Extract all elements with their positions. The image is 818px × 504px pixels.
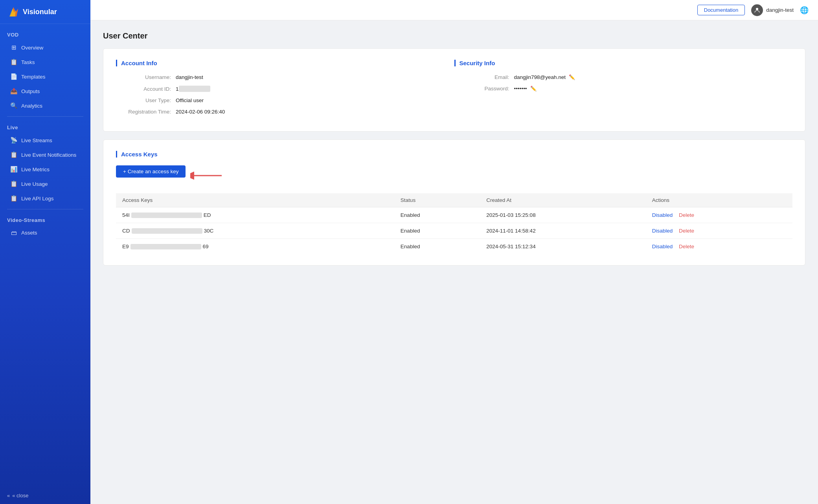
- sidebar-item-outputs-label: Outputs: [21, 88, 40, 94]
- svg-point-2: [756, 8, 758, 10]
- disable-button-1[interactable]: Disabled: [652, 228, 673, 234]
- live-event-notifications-icon: 📋: [10, 151, 17, 158]
- sidebar-vod-section: VOD ⊞ Overview 📋 Tasks 📄 Templates 📤 Out…: [0, 27, 90, 113]
- key-masked-0: [131, 213, 202, 218]
- sidebar-item-templates[interactable]: 📄 Templates: [3, 70, 87, 84]
- sidebar-item-assets[interactable]: 🗃 Assets: [3, 226, 87, 240]
- security-info-col: Security Info Email: dangjin798@yeah.net…: [454, 60, 793, 120]
- table-row: 54I ED Enabled 2025-01-03 15:25:08 Disab…: [116, 207, 792, 223]
- create-access-key-button[interactable]: + Create an access key: [116, 165, 186, 178]
- sidebar-item-overview-label: Overview: [21, 45, 43, 51]
- actions-cell-0: Disabled Delete: [646, 207, 792, 223]
- outputs-icon: 📤: [10, 88, 17, 95]
- page-title: User Center: [103, 31, 805, 40]
- status-cell-2: Enabled: [394, 239, 480, 255]
- key-cell-0: 54I ED: [116, 207, 394, 223]
- table-row: CD 30C Enabled 2024-11-01 14:58:42 Disab…: [116, 223, 792, 239]
- live-usage-icon: 📋: [10, 180, 17, 187]
- svg-marker-1: [9, 9, 16, 16]
- sidebar-divider-1: [7, 116, 83, 117]
- avatar: [751, 4, 763, 16]
- status-cell-0: Enabled: [394, 207, 480, 223]
- user-type-value: Official user: [176, 97, 204, 103]
- disable-button-0[interactable]: Disabled: [652, 212, 673, 218]
- user-type-label: User Type:: [116, 97, 171, 103]
- registration-time-label: Registration Time:: [116, 109, 171, 115]
- sidebar-logo: Visionular: [0, 0, 90, 24]
- email-row: Email: dangjin798@yeah.net ✏️: [454, 74, 793, 80]
- key-start-2: E9: [122, 244, 129, 249]
- user-menu[interactable]: dangjin-test: [751, 4, 794, 16]
- actions-cell-1: Disabled Delete: [646, 223, 792, 239]
- password-value: •••••••: [514, 86, 527, 92]
- key-masked-2: [131, 244, 201, 249]
- account-security-card: Account Info Username: dangjin-test Acco…: [103, 48, 805, 132]
- access-keys-card: Access Keys + Create an access key A: [103, 139, 805, 266]
- created-at-cell-0: 2025-01-03 15:25:08: [480, 207, 646, 223]
- sidebar-item-overview[interactable]: ⊞ Overview: [3, 40, 87, 55]
- sidebar-vod-label: VOD: [0, 27, 90, 40]
- sidebar-item-live-metrics[interactable]: 📊 Live Metrics: [3, 162, 87, 176]
- account-info-title: Account Info: [116, 60, 454, 66]
- email-value: dangjin798@yeah.net: [514, 74, 566, 80]
- header: Documentation dangjin-test 🌐: [90, 0, 818, 20]
- table-header-row: Access Keys Status Created At Actions: [116, 193, 792, 207]
- col-header-status: Status: [394, 193, 480, 207]
- page-content: User Center Account Info Username: dangj…: [90, 20, 818, 504]
- info-grid: Account Info Username: dangjin-test Acco…: [116, 60, 792, 120]
- sidebar-close[interactable]: « « close: [0, 487, 90, 504]
- username-label: Username:: [116, 74, 171, 80]
- registration-time-value: 2024-02-06 09:26:40: [176, 109, 225, 115]
- status-badge-0: Enabled: [401, 212, 420, 218]
- sidebar-item-live-api-logs[interactable]: 📋 Live API Logs: [3, 191, 87, 205]
- close-label: « close: [12, 493, 28, 499]
- sidebar-item-assets-label: Assets: [21, 230, 37, 236]
- sidebar-item-live-event-notifications[interactable]: 📋 Live Event Notifications: [3, 148, 87, 162]
- sidebar: Visionular VOD ⊞ Overview 📋 Tasks 📄 Temp…: [0, 0, 90, 504]
- sidebar-item-analytics[interactable]: 🔍 Analytics: [3, 99, 87, 113]
- sidebar-live-label: Live: [0, 120, 90, 133]
- sidebar-item-tasks[interactable]: 📋 Tasks: [3, 55, 87, 69]
- sidebar-item-live-usage-label: Live Usage: [21, 181, 48, 187]
- account-id-row: Account ID: 1: [116, 86, 454, 92]
- live-metrics-icon: 📊: [10, 166, 17, 173]
- username-row: Username: dangjin-test: [116, 74, 454, 80]
- key-masked-1: [132, 228, 202, 234]
- sidebar-item-live-metrics-label: Live Metrics: [21, 167, 50, 172]
- password-row: Password: ••••••• ✏️: [454, 86, 793, 92]
- sidebar-item-live-usage[interactable]: 📋 Live Usage: [3, 177, 87, 191]
- delete-button-2[interactable]: Delete: [679, 244, 694, 249]
- sidebar-item-live-streams[interactable]: 📡 Live Streams: [3, 133, 87, 147]
- live-api-logs-icon: 📋: [10, 195, 17, 202]
- arrow-indicator: [190, 170, 226, 181]
- disable-button-2[interactable]: Disabled: [652, 244, 673, 249]
- access-keys-table: Access Keys Status Created At Actions 54…: [116, 193, 792, 254]
- sidebar-item-outputs[interactable]: 📤 Outputs: [3, 84, 87, 98]
- delete-button-1[interactable]: Delete: [679, 228, 694, 234]
- header-username: dangjin-test: [766, 7, 794, 13]
- sidebar-video-streams-label: Video-Streams: [0, 213, 90, 225]
- overview-icon: ⊞: [10, 44, 17, 51]
- globe-icon[interactable]: 🌐: [800, 6, 809, 15]
- email-edit-icon[interactable]: ✏️: [569, 74, 575, 80]
- key-start-0: 54I: [122, 212, 130, 218]
- sidebar-item-templates-label: Templates: [21, 74, 46, 80]
- account-id-label: Account ID:: [116, 86, 171, 92]
- password-edit-icon[interactable]: ✏️: [530, 86, 537, 92]
- documentation-button[interactable]: Documentation: [697, 5, 745, 15]
- password-label: Password:: [454, 86, 509, 92]
- status-badge-1: Enabled: [401, 228, 420, 234]
- sidebar-item-tasks-label: Tasks: [21, 59, 35, 65]
- actions-cell-2: Disabled Delete: [646, 239, 792, 255]
- registration-time-row: Registration Time: 2024-02-06 09:26:40: [116, 109, 454, 115]
- key-start-1: CD: [122, 228, 130, 234]
- sidebar-item-live-event-notifications-label: Live Event Notifications: [21, 152, 76, 158]
- sidebar-live-section: Live 📡 Live Streams 📋 Live Event Notific…: [0, 120, 90, 206]
- delete-button-0[interactable]: Delete: [679, 212, 694, 218]
- logo-text: Visionular: [23, 8, 57, 16]
- key-end-1: 30C: [204, 228, 214, 234]
- main: Documentation dangjin-test 🌐 User Center…: [90, 0, 818, 504]
- created-at-cell-2: 2024-05-31 15:12:34: [480, 239, 646, 255]
- logo-icon: [7, 5, 20, 18]
- username-value: dangjin-test: [176, 74, 203, 80]
